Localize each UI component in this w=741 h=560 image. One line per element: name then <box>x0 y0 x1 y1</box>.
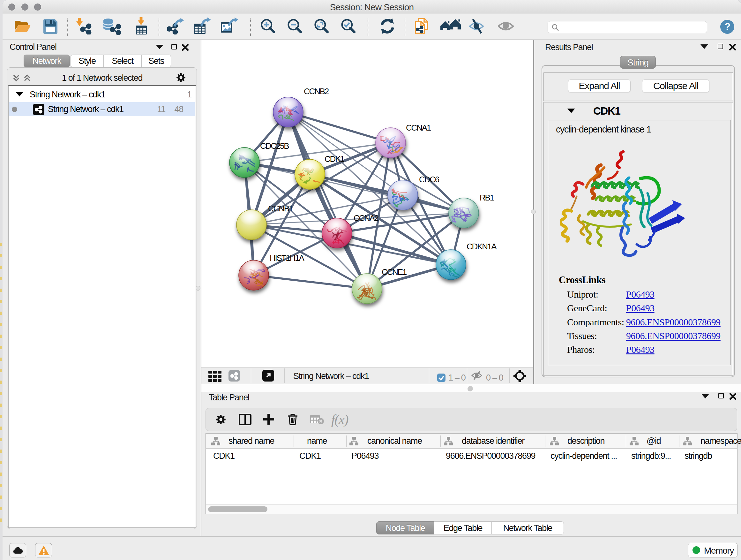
svg-text:CCNA2: CCNA2 <box>354 213 379 223</box>
svg-text:CDK1: CDK1 <box>325 154 344 164</box>
svg-text:HIST1H1A: HIST1H1A <box>270 253 305 263</box>
svg-text:CDKN1A: CDKN1A <box>467 242 497 251</box>
svg-text:CCNB1: CCNB1 <box>268 204 293 213</box>
svg-text:CDC6: CDC6 <box>419 175 440 184</box>
svg-text:CCNA1: CCNA1 <box>406 123 431 132</box>
svg-text:CCNE1: CCNE1 <box>382 267 407 277</box>
svg-text:?: ? <box>724 21 730 32</box>
svg-text:CCNB2: CCNB2 <box>304 86 329 96</box>
svg-text:CDC25B: CDC25B <box>260 141 289 151</box>
svg-text:RB1: RB1 <box>480 193 494 202</box>
